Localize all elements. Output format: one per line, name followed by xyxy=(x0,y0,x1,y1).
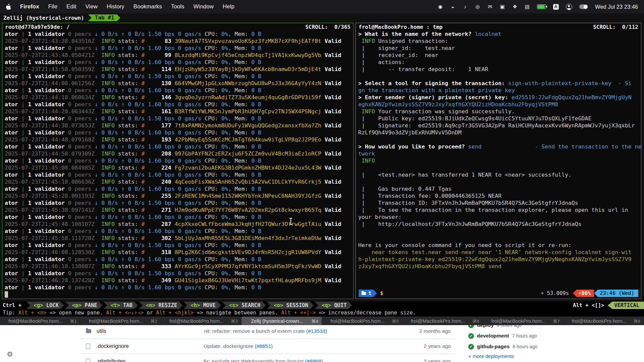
terminal-line: 2025-07-23T21:45:28.091193Z INFO stats: … xyxy=(5,192,351,199)
terminal-tab-2[interactable]: frol@MacBookPro.hom...⌘2 xyxy=(80,317,161,325)
check-circle-icon: ✓ xyxy=(468,333,474,339)
terminal-line: | To see the transaction in the transact… xyxy=(358,206,639,214)
app-menus: FileEditViewHistoryBookmarksToolsWindowH… xyxy=(48,3,234,10)
screen-mirroring-icon[interactable]: ▣ xyxy=(500,4,505,10)
file-row: .dockerignoreUpdate .dockerignore (#8651… xyxy=(80,339,456,354)
check-circle-icon: ✓ xyxy=(468,344,474,350)
commit-age: 2 months ago xyxy=(409,328,451,334)
terminal-line: INFO xyxy=(358,157,639,164)
shell-prompt: t $ + 53.009s ⚡86% 23:46 (Wed) xyxy=(359,290,638,297)
zellij-pane-near-cli[interactable]: frol@MacBookPro.home : tmp SCROLL: 0/112… xyxy=(356,23,641,299)
menu-edit[interactable]: Edit xyxy=(66,3,76,10)
input-source-icon[interactable]: A xyxy=(553,4,559,10)
keybind-resize[interactable]: <n> RESIZE xyxy=(139,302,182,309)
terminal-tab-1[interactable]: frol@MacBookPro.hom...⌘1 xyxy=(0,317,80,325)
deployment-row[interactable]: ✓github-pages6 hours ago xyxy=(468,341,609,352)
menu-bar-clock[interactable]: Wed Jul 23 23:46 xyxy=(595,4,638,10)
terminal-line: | http://localhost/3FTxVnJhJwRmBaPQMKU7b… xyxy=(358,221,639,228)
terminal-line: ator | 1 validator 0 peers ↓ 0 B/s ↑ 0 B… xyxy=(5,214,351,221)
messages-icon[interactable]: ✉ xyxy=(487,4,493,10)
terminal-tab-3[interactable]: frol@MacBookPro.hom...⌘3 xyxy=(161,317,241,325)
terminal-line: gn the transaction with a plaintext priv… xyxy=(358,87,639,94)
terminal-line: ator | 1 validator 0 peers ↓ 0 B/s ↑ 0 B… xyxy=(5,157,351,164)
apple-menu-icon[interactable] xyxy=(6,4,11,10)
menu-history[interactable]: History xyxy=(107,3,124,10)
menu-bookmarks[interactable]: Bookmarks xyxy=(133,3,162,10)
terminal-line: > How would you like to proceed? send - … xyxy=(358,143,639,150)
zellij-pane-validator-log[interactable]: root@d778a97e59de: / SCROLL: 0/365 ator … xyxy=(2,23,354,299)
terminal-line xyxy=(358,235,639,242)
deployment-name[interactable]: github-pages xyxy=(477,344,509,350)
keybind-quit[interactable]: <q> QUIT xyxy=(315,302,352,309)
terminal-line: 2025-07-23T21:45:08.084985Z INFO stats: … xyxy=(5,164,351,171)
docker-icon[interactable]: ◒ xyxy=(450,4,455,10)
file-name-link[interactable]: .gitattributes xyxy=(96,358,204,362)
commit-message-link[interactable]: Update .dockerignore (#8651) xyxy=(204,343,409,349)
terminal-line xyxy=(358,178,639,185)
terminal-line: 2025-07-23T21:46:18.138087Z INFO stats: … xyxy=(5,263,351,270)
terminal-tab-4[interactable]: Zellij (hysterical-crown...⌘4 xyxy=(241,317,322,325)
terminal-line xyxy=(5,291,351,298)
more-deployments-link[interactable]: + more deployments xyxy=(468,353,514,359)
file-name-link[interactable]: .dockerignore xyxy=(96,343,204,349)
deployment-name[interactable]: development xyxy=(477,333,509,339)
shortcuts-icon[interactable]: ❖ xyxy=(512,4,518,10)
record-icon[interactable]: ◉ xyxy=(438,4,443,10)
terminal-tab-5[interactable]: frol@MacBookPro.hom...⌘5 xyxy=(322,317,402,325)
menu-view[interactable]: View xyxy=(85,3,98,10)
left-pane-scroll-indicator: SCROLL: 0/365 xyxy=(305,24,351,30)
menu-tools[interactable]: Tools xyxy=(171,3,184,10)
deployment-row[interactable]: ✓deploy4 hours ago xyxy=(468,325,609,330)
commit-age: 2 years ago xyxy=(409,343,451,349)
display-icon[interactable]: ▤ xyxy=(525,4,530,10)
terminal-line: Here is your console command if you need… xyxy=(358,242,639,249)
file-name-link[interactable]: utils xyxy=(97,328,204,334)
menu-help[interactable]: Help xyxy=(223,3,234,10)
pr-number-link[interactable]: (#13533) xyxy=(306,328,327,334)
active-app-name[interactable]: Firefox xyxy=(20,3,39,10)
account-icon[interactable] xyxy=(566,4,572,10)
terminal-line: 2025-07-23T21:45:18.086636Z INFO stats: … xyxy=(5,178,351,185)
keybind-search[interactable]: <s> SEARCH xyxy=(222,302,266,309)
pr-number-link[interactable]: (#8868) xyxy=(305,358,323,362)
zellij-tab-1[interactable]: Tab #1 xyxy=(88,14,120,21)
deployment-row[interactable]: ✓development7 hours ago xyxy=(468,330,609,341)
battery-plug-icon: ⚡ xyxy=(578,290,581,296)
keybind-pane[interactable]: <p> PANE xyxy=(65,302,103,309)
terminal-tab-6[interactable]: frol@MacBookPro.hom...⌘6 xyxy=(402,317,483,325)
settings-gear-icon[interactable]: ⚙ xyxy=(7,351,13,358)
right-pane-scroll-indicator: SCROLL: 0/112 xyxy=(593,24,638,30)
terminal-line: ator | 1 validator 0 peers ↓ 0 B/s ↑ 0 B… xyxy=(5,228,351,235)
terminal-line: ator | 1 validator 0 peers ↓ 0 B/s ↑ 0 B… xyxy=(5,185,351,192)
terminal-line: 2025-07-23T21:44:58.079309Z INFO stats: … xyxy=(5,150,351,157)
check-circle-icon: ✓ xyxy=(468,325,474,328)
pr-number-link[interactable]: (#8651) xyxy=(255,343,273,349)
browser-window: utilsnit: refactor: remove a bunch of ex… xyxy=(0,325,644,362)
terminal-line: 2025-07-23T21:44:48.079168Z INFO stats: … xyxy=(5,136,351,143)
terminal-line: | Public key: ed25519:BJiUdkZeQCwsg9s4Ui… xyxy=(358,115,639,122)
terminal-line: ator | 1 validator 0 peers ↓ 0 B/s ↑ 0 B… xyxy=(5,101,351,108)
near-cli-output: > What is the name of the network? local… xyxy=(356,31,641,270)
repo-file-table: utilsnit: refactor: remove a bunch of ex… xyxy=(80,325,456,362)
keybind-move[interactable]: <h> MOVE xyxy=(183,302,221,309)
assistive-icon[interactable]: ◎ xyxy=(475,4,480,10)
terminal-tab-bar: frol@MacBookPro.hom...⌘1frol@MacBookPro.… xyxy=(0,316,644,325)
battery-icon[interactable] xyxy=(537,4,546,9)
keybind-tab[interactable]: <t> TAB xyxy=(104,302,138,309)
commit-message-link[interactable]: fix: exclude test WebAssembly from lingu… xyxy=(204,358,409,362)
terminal-tab-7[interactable]: frol@MacBookPro.hom...⌘7 xyxy=(483,317,564,325)
terminal-line: | Transaction fee: 0.0000446365125 NEAR xyxy=(358,192,639,199)
mic-icon[interactable]: ♪ xyxy=(463,4,468,10)
file-row: .gitattributesfix: exclude test WebAssem… xyxy=(80,354,456,362)
toggle-icon[interactable] xyxy=(579,4,588,9)
menu-file[interactable]: File xyxy=(48,3,57,10)
terminal-tab-8[interactable]: frol@MacBookPro.hom...⌘8 xyxy=(564,317,644,325)
menu-window[interactable]: Window xyxy=(194,3,214,10)
keybind-session[interactable]: <o> SESSION xyxy=(267,302,314,309)
terminal-line: | receiver_id: near xyxy=(358,52,639,59)
commit-message-link[interactable]: nit: refactor: remove a bunch of extern … xyxy=(204,328,409,334)
toggle-knob xyxy=(584,5,587,9)
keybind-lock[interactable]: <g> LOCK xyxy=(26,302,64,309)
terminal-line: INFO Unsigned transaction: xyxy=(358,38,639,45)
deployment-name[interactable]: deploy xyxy=(477,325,494,328)
